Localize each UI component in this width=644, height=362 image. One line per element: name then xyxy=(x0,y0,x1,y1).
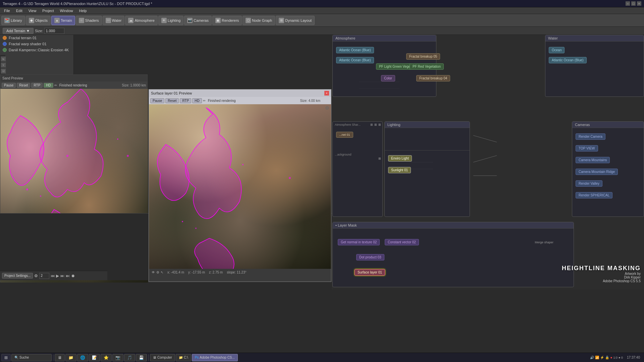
surface-layer-node[interactable]: Surface layer 01 xyxy=(355,269,385,276)
start-button[interactable]: ⊞ xyxy=(1,354,11,361)
svg-point-8 xyxy=(289,177,291,179)
taskbar-app-7[interactable]: 🎵 xyxy=(124,354,135,361)
sand-pause-btn[interactable]: Pause xyxy=(2,83,16,88)
menu-file[interactable]: File xyxy=(1,8,13,13)
terrain-item-2[interactable]: Daniil Kamperov::Classic Erosion 4K xyxy=(0,47,73,53)
surface-preview-status-bar: 👁 ⚙ ↖ x: -431.4 m y: -17.55 m z: 2.75 m … xyxy=(149,269,331,276)
water-node-2[interactable]: Atlantic Ocean (Blue) xyxy=(549,57,587,63)
dot-product-node[interactable]: Dot product 03 xyxy=(356,254,384,260)
photoshop-icon: Ps xyxy=(195,356,199,359)
record-icon[interactable]: ⏺ xyxy=(71,274,75,278)
toolbar-objects[interactable]: ◆ Objects xyxy=(26,16,51,25)
sand-rtp-btn[interactable]: RTP xyxy=(31,83,43,88)
sp-rtp-btn[interactable]: RTP xyxy=(180,98,191,103)
sp-reset-btn[interactable]: Reset xyxy=(165,98,179,103)
next-frame-icon[interactable]: ⏭ xyxy=(60,274,64,278)
enviro-light-node[interactable]: Enviro Light xyxy=(388,155,412,162)
terrain-item-1[interactable]: Fractal warp shader 01 xyxy=(0,41,73,47)
node-graph-icon: ⬡ xyxy=(246,18,251,23)
expand-icon1[interactable]: ⊞ xyxy=(370,123,373,126)
svg-line-13 xyxy=(473,135,497,142)
end-icon[interactable]: ⏭ xyxy=(66,274,70,278)
surface-terrain-canvas xyxy=(149,104,331,269)
tray-icon-1[interactable]: 🔊 xyxy=(590,356,594,359)
toolbar-water[interactable]: 〰 Water xyxy=(103,16,125,25)
terrain-name-1: Fractal warp shader 01 xyxy=(9,42,47,46)
get-normal-node[interactable]: Get normal in texture 02 xyxy=(338,239,380,245)
title-bar: Terragen 4 - G:\3D Terragen World 4.0\Pt… xyxy=(0,0,644,7)
fractal-node-1[interactable]: Fractal breakup 05 xyxy=(406,53,440,60)
taskbar-app-6[interactable]: 📷 xyxy=(112,354,123,361)
taskbar-app-8[interactable]: 💾 xyxy=(136,354,147,361)
constant-vector-node[interactable]: Constant vector 02 xyxy=(385,239,419,245)
gear-settings-icon[interactable]: ⚙ xyxy=(324,105,330,111)
taskbar-app-4[interactable]: 📝 xyxy=(89,354,100,361)
taskbar-app-5[interactable]: ⭐ xyxy=(101,354,112,361)
toolbar-terrain[interactable]: ▲ Terrain xyxy=(51,16,75,25)
atmosphere-node-1[interactable]: Atlantic Ocean (Blue) xyxy=(336,47,374,53)
lighting-icon: ☀ xyxy=(161,18,167,23)
tool-n[interactable]: N xyxy=(1,56,6,62)
sunlight-node[interactable]: Sunlight 01 xyxy=(388,167,411,173)
expand-btn-3[interactable]: ⊞ xyxy=(378,157,381,160)
atmosphere-node-2[interactable]: Atlantic Ocean (Blue) xyxy=(336,57,374,63)
expand-icon2[interactable]: ⊞ xyxy=(374,123,377,126)
close-button[interactable]: × xyxy=(637,1,641,6)
water-node-1[interactable]: Ocean xyxy=(549,47,565,53)
toolbar-atmosphere[interactable]: ☁ Atmosphere xyxy=(125,16,157,25)
menu-project[interactable]: Project xyxy=(40,8,56,13)
toolbar-dynamic-layout[interactable]: ⊞ Dynamic Layout xyxy=(276,16,315,25)
add-terrain-button[interactable]: Add Terrain ▼ xyxy=(3,28,34,34)
toolbar-node-graph[interactable]: ⬡ Node Graph xyxy=(243,16,275,25)
play-icon[interactable]: ▶ xyxy=(56,274,59,278)
main-area: Fractal terrain 01 Fractal warp shader 0… xyxy=(0,35,644,290)
expand-icon3[interactable]: ⊞ xyxy=(378,123,381,126)
surface-preview-close[interactable]: × xyxy=(324,91,329,96)
camera-ridge-node[interactable]: Camera Mountain Ridge xyxy=(576,169,618,175)
top-view-node[interactable]: TOP VIEW xyxy=(576,145,598,152)
search-box[interactable]: 🔍 Suche xyxy=(11,354,52,361)
settings-gear-icon: ⚙ xyxy=(34,274,38,278)
terrain-item-0[interactable]: Fractal terrain 01 xyxy=(0,35,73,41)
menu-help[interactable]: Help xyxy=(76,8,90,13)
size-input[interactable] xyxy=(44,28,64,34)
project-settings-btn[interactable]: Project Settings... xyxy=(2,273,33,279)
sand-reset-btn[interactable]: Reset xyxy=(17,83,30,88)
minimize-button[interactable]: – xyxy=(626,1,630,6)
menu-view[interactable]: View xyxy=(26,8,39,13)
toolbar-shaders[interactable]: ○ Shaders xyxy=(76,16,102,25)
menu-window[interactable]: Window xyxy=(57,8,76,13)
toolbar-renderers[interactable]: ▣ Renderers xyxy=(212,16,242,25)
fractal-node-2[interactable]: Fractal breakup 04 xyxy=(416,75,450,81)
maximize-button[interactable]: □ xyxy=(631,1,636,6)
toolbar-library[interactable]: 📚 Library xyxy=(1,16,25,25)
tray-icon-3[interactable]: ⚡ xyxy=(600,356,604,359)
toolbar-cameras[interactable]: 📷 Cameras xyxy=(184,16,212,25)
svg-point-7 xyxy=(242,164,244,165)
terrain-name-0: Fractal terrain 01 xyxy=(9,36,37,40)
tool-y[interactable]: Y xyxy=(1,62,6,68)
sp-pause-btn[interactable]: Pause xyxy=(150,98,164,103)
taskbar-photoshop-btn[interactable]: Ps Adobe Photoshop CS... xyxy=(192,354,238,361)
project-value-input[interactable] xyxy=(39,273,49,279)
sp-hd-btn[interactable]: HD xyxy=(192,98,202,103)
menu-edit[interactable]: Edit xyxy=(13,8,25,13)
sand-hd-btn[interactable]: HD xyxy=(44,83,53,88)
render-valley-node[interactable]: Render Valley xyxy=(576,180,602,187)
camera-mountains-node[interactable]: Camera Mountains xyxy=(576,157,610,163)
shader-node-2[interactable]: PF Red Vegetation xyxy=(410,63,444,70)
prev-frame-icon[interactable]: ⏮ xyxy=(51,274,55,278)
render-camera-node[interactable]: Render Camera xyxy=(576,133,605,140)
taskbar-computer-btn[interactable]: 🖥 Computer xyxy=(150,354,175,361)
render-spherical-node[interactable]: Render SPHERICAL xyxy=(576,192,612,198)
color-node[interactable]: Color xyxy=(381,75,395,81)
tool-checkbox1[interactable]: ☑ xyxy=(1,68,6,74)
taskbar-app-3[interactable]: 🌐 xyxy=(77,354,88,361)
taskbar-explorer-btn[interactable]: 📁 C:\ xyxy=(176,354,191,361)
tray-icon-2[interactable]: 📶 xyxy=(595,356,599,359)
taskbar-app-2[interactable]: 📁 xyxy=(65,354,76,361)
taskbar-app-1[interactable]: 🖥 xyxy=(55,354,65,361)
toolbar-lighting[interactable]: ☀ Lighting xyxy=(158,16,184,25)
shader-planet-node[interactable]: ...net 01 xyxy=(336,132,353,138)
tray-icon-4[interactable]: 🔒 xyxy=(605,356,609,359)
